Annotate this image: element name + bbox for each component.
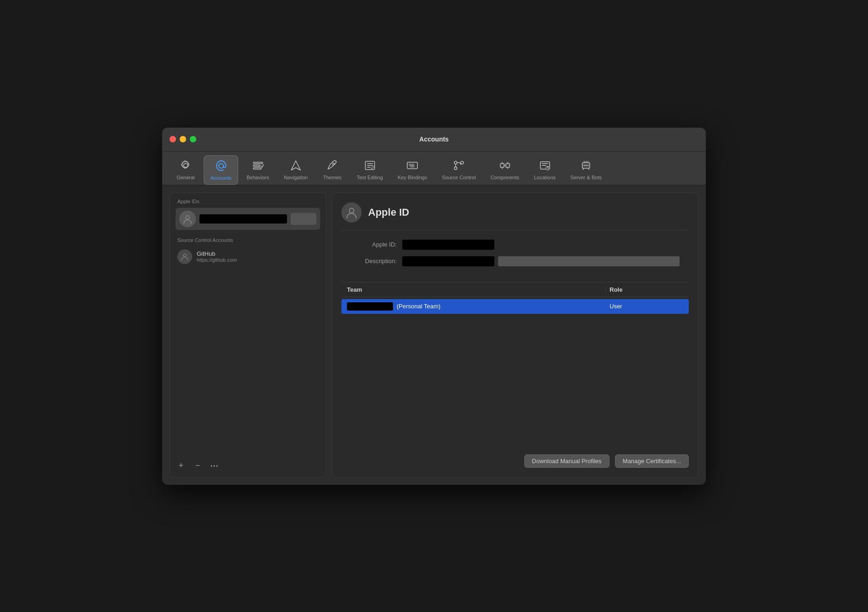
team-table-header: Team Role bbox=[341, 282, 689, 297]
svg-point-25 bbox=[584, 165, 585, 166]
svg-rect-12 bbox=[412, 164, 414, 165]
tab-themes[interactable]: Themes bbox=[316, 155, 348, 185]
github-row[interactable]: GitHub https://github.com bbox=[176, 247, 320, 267]
gear-icon bbox=[178, 158, 193, 173]
tab-components-label: Components bbox=[491, 175, 519, 180]
svg-point-31 bbox=[214, 465, 215, 466]
sidebar-bottom-controls: + − bbox=[176, 455, 320, 471]
at-icon bbox=[214, 159, 229, 173]
svg-point-15 bbox=[461, 161, 463, 164]
team-table: Team Role (Personal Team) User bbox=[341, 282, 689, 447]
source-control-accounts-label: Source Control Accounts bbox=[176, 237, 320, 243]
source-control-icon bbox=[452, 158, 466, 173]
tab-locations[interactable]: Locations bbox=[528, 155, 562, 185]
svg-point-33 bbox=[349, 208, 354, 213]
titlebar: Accounts bbox=[162, 128, 706, 152]
apple-id-header: Apple ID bbox=[341, 202, 689, 230]
more-options-button[interactable] bbox=[209, 460, 220, 471]
tab-source-control[interactable]: Source Control bbox=[435, 155, 482, 185]
svg-point-5 bbox=[333, 163, 334, 165]
sidebar: Apple IDs Source Control Accounts bbox=[170, 193, 326, 477]
svg-point-32 bbox=[217, 465, 218, 466]
tab-server-bots-label: Server & Bots bbox=[570, 175, 602, 180]
apple-id-row[interactable] bbox=[176, 208, 320, 230]
svg-point-26 bbox=[586, 165, 587, 166]
team-role-value: User bbox=[610, 303, 683, 310]
text-editing-icon bbox=[363, 158, 377, 173]
github-info: GitHub https://github.com bbox=[197, 250, 237, 263]
github-name: GitHub bbox=[197, 250, 237, 257]
apple-id-header-icon bbox=[341, 202, 362, 223]
apple-id-avatar bbox=[179, 211, 196, 227]
description-value-redacted bbox=[402, 256, 494, 266]
apple-id-action-btn[interactable] bbox=[291, 213, 317, 225]
svg-point-14 bbox=[454, 161, 457, 164]
svg-rect-3 bbox=[253, 168, 261, 169]
github-url: https://github.com bbox=[197, 257, 237, 263]
tab-behaviors[interactable]: Behaviors bbox=[240, 155, 276, 185]
traffic-lights bbox=[170, 136, 196, 142]
tab-text-editing[interactable]: Text Editing bbox=[350, 155, 389, 185]
apple-id-redacted bbox=[199, 214, 287, 224]
team-row[interactable]: (Personal Team) User bbox=[341, 299, 689, 314]
content-area: Apple IDs Source Control Accounts bbox=[162, 185, 706, 485]
minimize-button[interactable] bbox=[180, 136, 186, 142]
tab-server-bots[interactable]: Server & Bots bbox=[564, 155, 608, 185]
tab-general[interactable]: General bbox=[170, 155, 202, 185]
tab-source-control-label: Source Control bbox=[442, 175, 475, 180]
svg-point-30 bbox=[211, 465, 212, 466]
tab-navigation[interactable]: Navigation bbox=[277, 155, 314, 185]
tab-locations-label: Locations bbox=[534, 175, 556, 180]
tab-components[interactable]: Components bbox=[484, 155, 526, 185]
close-button[interactable] bbox=[170, 136, 176, 142]
svg-rect-2 bbox=[253, 165, 260, 166]
column-divider bbox=[605, 286, 606, 293]
add-account-button[interactable]: + bbox=[176, 460, 187, 471]
download-manual-profiles-button[interactable]: Download Manual Profiles bbox=[524, 454, 610, 468]
apple-id-label: Apple ID: bbox=[351, 241, 397, 248]
manage-certificates-button[interactable]: Manage Certificates... bbox=[615, 454, 689, 468]
github-avatar bbox=[177, 249, 192, 264]
description-label: Description: bbox=[351, 258, 397, 265]
components-icon bbox=[498, 158, 512, 173]
role-column-header: Role bbox=[610, 286, 683, 293]
svg-point-0 bbox=[219, 164, 223, 168]
tab-key-bindings-label: Key Bindings bbox=[398, 175, 427, 180]
server-bots-icon bbox=[579, 158, 593, 173]
maximize-button[interactable] bbox=[190, 136, 196, 142]
window-title: Accounts bbox=[419, 135, 449, 143]
team-name-redacted bbox=[347, 302, 393, 311]
tab-behaviors-label: Behaviors bbox=[246, 175, 269, 180]
svg-rect-11 bbox=[409, 164, 411, 165]
locations-icon bbox=[538, 158, 552, 173]
tab-accounts[interactable]: Accounts bbox=[204, 155, 238, 185]
tab-themes-label: Themes bbox=[323, 175, 341, 180]
app-window: Accounts General Accounts bbox=[162, 128, 706, 485]
svg-marker-4 bbox=[291, 161, 300, 170]
tab-text-editing-label: Text Editing bbox=[357, 175, 383, 180]
team-name-suffix: (Personal Team) bbox=[397, 303, 610, 310]
svg-rect-13 bbox=[411, 166, 414, 167]
apple-ids-label: Apple IDs bbox=[176, 199, 320, 204]
svg-rect-18 bbox=[506, 164, 510, 167]
svg-point-28 bbox=[186, 216, 189, 219]
apple-id-field-row: Apple ID: bbox=[341, 240, 689, 250]
behaviors-icon bbox=[251, 158, 265, 173]
description-value-rest bbox=[498, 256, 680, 266]
description-field-row: Description: bbox=[341, 256, 689, 266]
navigation-icon bbox=[288, 158, 303, 173]
svg-point-16 bbox=[454, 167, 457, 170]
main-panel: Apple ID Apple ID: Description: Team Rol… bbox=[332, 193, 698, 477]
apple-id-value-redacted bbox=[402, 240, 494, 250]
apple-id-header-title: Apple ID bbox=[368, 206, 409, 218]
remove-account-button[interactable]: − bbox=[192, 460, 203, 471]
tab-navigation-label: Navigation bbox=[284, 175, 308, 180]
svg-rect-1 bbox=[253, 162, 263, 164]
key-bindings-icon bbox=[405, 158, 420, 173]
buttons-row: Download Manual Profiles Manage Certific… bbox=[341, 447, 689, 468]
toolbar: General Accounts Behaviors bbox=[162, 152, 706, 185]
svg-point-29 bbox=[183, 254, 186, 257]
svg-rect-17 bbox=[500, 164, 504, 167]
tab-key-bindings[interactable]: Key Bindings bbox=[391, 155, 434, 185]
team-column-header: Team bbox=[347, 286, 602, 293]
